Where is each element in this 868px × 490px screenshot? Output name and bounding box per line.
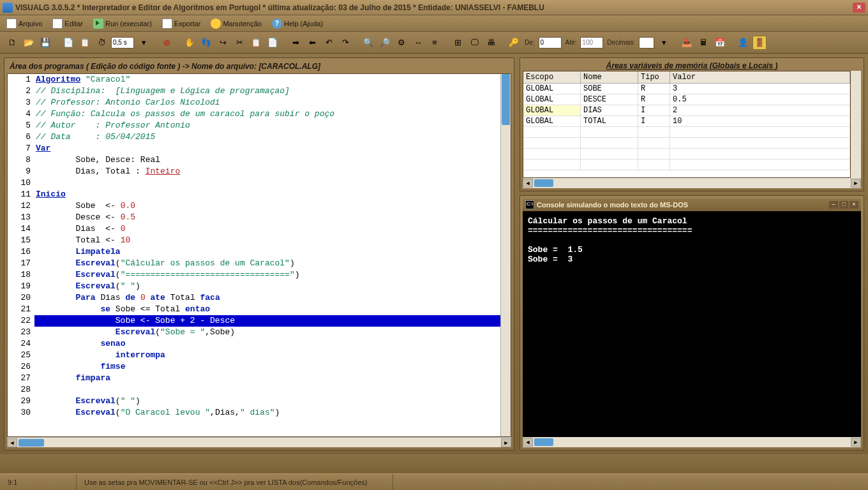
scroll-left-icon[interactable]: ◄ [7, 438, 17, 447]
step-button[interactable]: 👣 [199, 36, 213, 50]
decimais-label: Decimais: [607, 39, 635, 46]
variables-body[interactable]: GLOBALSOBER3GLOBALDESCER0.5GLOBALDIASI2G… [523, 84, 850, 177]
console-panel: C:\ Console simulando o modo texto do MS… [520, 195, 864, 450]
variables-header: Escopo Nome Tipo Valor [523, 71, 850, 84]
console-title: Console simulando o modo texto do MS-DOS [537, 201, 688, 209]
de-label: De: [525, 39, 535, 46]
vars-vscrollbar[interactable] [851, 71, 861, 178]
export-icon [162, 19, 172, 29]
variables-panel: Áreas variáveis de memória (Globais e Lo… [520, 57, 864, 191]
print-button[interactable]: 🖶 [484, 36, 498, 50]
console-minimize-button[interactable]: – [829, 201, 838, 209]
cut-button[interactable]: ✂ [232, 36, 246, 50]
dropdown-button[interactable]: ▾ [137, 36, 151, 50]
list-button[interactable]: 📋 [78, 36, 92, 50]
find-button[interactable]: 🔍 [361, 36, 375, 50]
menu-run[interactable]: Run (executar) [89, 17, 156, 30]
variable-row[interactable]: GLOBALSOBER3 [523, 84, 850, 94]
calc-button[interactable]: 🖩 [696, 36, 710, 50]
window-close-button[interactable]: × [853, 3, 865, 13]
cursor-position: 9:1 [0, 474, 77, 490]
indent-button[interactable]: ➡ [288, 36, 303, 50]
console-hscrollbar[interactable]: ◄ ► [523, 437, 861, 447]
hand-button[interactable]: ✋ [183, 36, 197, 50]
dropdown2-button[interactable]: ▾ [657, 36, 671, 50]
step-over-button[interactable]: ↪ [216, 36, 230, 50]
copy-button[interactable]: 📋 [249, 36, 263, 50]
variable-row[interactable]: GLOBALDESCER0.5 [523, 94, 850, 105]
console-maximize-button[interactable]: □ [839, 201, 848, 209]
editor-header: Área dos programas ( Edição do código fo… [7, 61, 511, 72]
menu-exportar[interactable]: Exportar [158, 17, 205, 30]
console-output[interactable]: Cálcular os passos de um Caracol =======… [523, 211, 861, 437]
de-input[interactable] [539, 37, 562, 48]
find-next-button[interactable]: 🔎 [378, 36, 392, 50]
export2-button[interactable]: 📤 [680, 36, 694, 50]
save-button[interactable]: 💾 [38, 36, 52, 50]
doc-button[interactable]: 📄 [61, 36, 75, 50]
open-button[interactable]: 📂 [22, 36, 36, 50]
editor-hscrollbar[interactable]: ◄ ► [7, 437, 511, 447]
variable-row[interactable]: GLOBALTOTALI10 [523, 116, 850, 127]
decimais-input[interactable] [639, 37, 654, 48]
new-button[interactable]: 🗋 [5, 36, 19, 50]
undo-button[interactable]: ↶ [322, 36, 336, 50]
exit-button[interactable]: 🚪 [752, 36, 767, 50]
timer-button[interactable]: ⏱ [94, 36, 108, 50]
about-button[interactable]: 👤 [736, 36, 750, 50]
edit-icon [52, 19, 63, 29]
key-button[interactable]: 🔑 [507, 36, 521, 50]
redo-button[interactable]: ↷ [338, 36, 352, 50]
window-titlebar: VISUALG 3.0.5.2 * Interpretador e Editor… [0, 0, 868, 15]
scroll-right-icon[interactable]: ► [501, 438, 511, 447]
editor-panel: Área dos programas ( Edição do código fo… [4, 57, 514, 450]
variables-title: Áreas variáveis de memória (Globais e Lo… [523, 61, 861, 71]
menu-manutencao[interactable]: Manutenção [207, 17, 266, 30]
statusbar: 9:1 Use as setas pra MOVIMENTAR-SE ou <<… [0, 473, 868, 490]
window-button[interactable]: ⊞ [451, 36, 465, 50]
calendar-button[interactable]: 📅 [713, 36, 727, 50]
paste-button[interactable]: 📄 [266, 36, 280, 50]
menu-arquivo[interactable]: Arquivo [3, 17, 46, 30]
status-hint: Use as setas pra MOVIMENTAR-SE ou <<Ctrl… [77, 474, 393, 490]
editor-vscrollbar[interactable] [500, 74, 511, 436]
outdent-button[interactable]: ⬅ [305, 36, 319, 50]
replace-button[interactable]: ⚙ [394, 36, 408, 50]
goto-button[interactable]: ↔ [411, 36, 425, 50]
delay-input[interactable] [111, 37, 134, 48]
line-gutter: 1234567891011121314151617181920212223242… [8, 74, 34, 436]
window-title: VISUALG 3.0.5.2 * Interpretador e Editor… [15, 3, 544, 12]
lines-button[interactable]: ≡ [428, 36, 442, 50]
ate-label: Até: [565, 39, 577, 46]
code-editor[interactable]: Algoritmo "Caracol"// Disciplina: [Lingu… [34, 74, 500, 436]
file-icon [6, 19, 17, 29]
ate-input[interactable] [580, 37, 603, 48]
stop-button[interactable]: ⊘ [160, 36, 174, 50]
screen-button[interactable]: 🖵 [467, 36, 481, 50]
console-icon: C:\ [525, 200, 534, 209]
console-titlebar: C:\ Console simulando o modo texto do MS… [523, 198, 861, 211]
menubar: Arquivo Editar Run (executar) Exportar M… [0, 15, 868, 32]
app-icon [3, 3, 13, 13]
menu-help[interactable]: ?Help (Ajuda) [268, 17, 327, 30]
maintenance-icon [211, 19, 221, 29]
console-close-button[interactable]: × [849, 201, 858, 209]
variable-row[interactable]: GLOBALDIASI2 [523, 105, 850, 116]
toolbar: 🗋 📂 💾 📄 📋 ⏱ ▾ ⊘ ✋ 👣 ↪ ✂ 📋 📄 ➡ ⬅ ↶ ↷ 🔍 🔎 … [0, 32, 868, 54]
help-icon: ? [272, 19, 282, 29]
vars-hscrollbar[interactable]: ◄ ► [523, 178, 861, 188]
menu-editar[interactable]: Editar [49, 17, 87, 30]
run-icon [93, 19, 103, 29]
